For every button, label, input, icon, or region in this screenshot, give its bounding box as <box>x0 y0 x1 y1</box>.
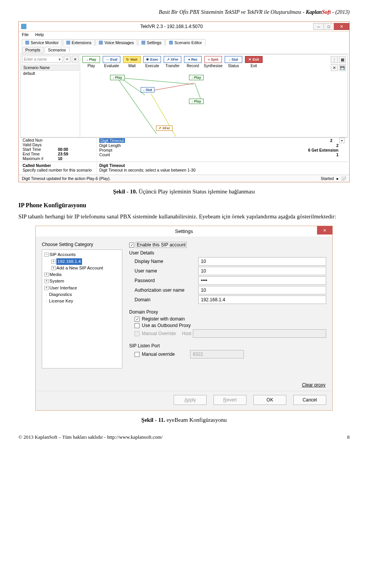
tool-synt[interactable]: ≡ SyntSynthesise <box>204 56 223 68</box>
outbound-checkbox[interactable] <box>135 323 140 328</box>
scenario-name-input[interactable]: Enter a name▾ <box>22 56 62 63</box>
brand-k: Kaplan <box>306 9 322 15</box>
scenario-icon <box>169 41 173 45</box>
titlebar: TekIVR 2.3 - 192.168.1.4:5070 <box>19 22 349 31</box>
scenario-item-default[interactable]: default <box>21 71 79 76</box>
tab-settings[interactable]: Settings <box>138 39 165 46</box>
user-name-input[interactable]: 10 <box>198 267 326 275</box>
footer-left: © 2013 KaplanSoft – Tüm hakları saklıdır… <box>18 434 163 440</box>
close-button[interactable]: × <box>317 226 332 235</box>
tool-exec[interactable]: ✱ ExecExecute <box>143 56 162 68</box>
app-icon <box>21 24 26 29</box>
auth-user-input[interactable]: 10 <box>198 286 326 294</box>
node-play[interactable]: ↓ Play <box>189 99 204 104</box>
expand-icon[interactable]: + <box>44 286 49 290</box>
enable-account-checkbox[interactable] <box>129 243 134 248</box>
action-toolbar: ↓ PlayPlay ↔ EvalEvaluate ↻ WaitWait ✱ E… <box>80 55 347 72</box>
edge <box>123 78 193 84</box>
tree-add-account[interactable]: +Add a New SIP Account <box>43 265 121 271</box>
tool-rec[interactable]: ● RecRecord <box>183 56 202 68</box>
collapse-icon[interactable]: − <box>44 253 49 257</box>
help-right: Digit Timeout Digit Timeout in seconds; … <box>97 162 348 175</box>
figure-10-caption: Şekil - 10. Üçüncü Play işleminin Status… <box>18 188 350 195</box>
settings-window: Settings × Choose Setting Category −SIP … <box>35 226 333 411</box>
tree-ui[interactable]: +User Interface <box>43 285 121 291</box>
menubar: File Help <box>19 31 349 38</box>
tree-sip-accounts[interactable]: −SIP Accounts <box>43 251 121 258</box>
close-button[interactable] <box>334 23 349 30</box>
subtab-prompts[interactable]: Prompts <box>22 47 44 53</box>
node-xfer[interactable]: ↗ XFer <box>156 126 172 131</box>
status-icon: ● <box>336 176 338 181</box>
scenario-list: Scenario Name default <box>21 64 80 137</box>
tool-eval[interactable]: ↔ EvalEvaluate <box>102 56 121 68</box>
node-play[interactable]: ↓ Play <box>110 75 125 80</box>
tool-align-icon[interactable]: ⋮ <box>331 56 338 63</box>
expand-icon[interactable]: + <box>51 259 56 264</box>
expand-icon[interactable]: + <box>44 279 49 283</box>
tree-account[interactable]: +192.168.1.4 <box>43 258 121 265</box>
brand: KaplanSoft <box>306 9 331 15</box>
cancel-button[interactable]: Cancel <box>293 395 326 405</box>
tool-wait[interactable]: ↻ WaitWait <box>122 56 141 68</box>
sub-tabrow: Prompts Scenarios <box>19 46 349 53</box>
window-title: TekIVR 2.3 - 192.168.1.4:5070 <box>30 24 314 29</box>
register-checkbox[interactable] <box>135 317 140 322</box>
tool-exit[interactable]: ✕ ExitExit <box>244 56 263 68</box>
chevron-down-icon[interactable]: ▾ <box>339 138 345 143</box>
tool-delete-icon[interactable]: ✕ <box>331 64 338 71</box>
canvas-pane: ↓ PlayPlay ↔ EvalEvaluate ↻ WaitWait ✱ E… <box>80 54 348 137</box>
scenario-canvas[interactable]: ↓ Play ↓ Play ↓ Stat ↓ Play ↗ XFer <box>80 72 347 137</box>
expand-icon[interactable]: + <box>51 266 56 270</box>
tab-extensions[interactable]: Extensions <box>63 39 95 46</box>
category-tree[interactable]: −SIP Accounts +192.168.1.4 +Add a New SI… <box>42 249 122 368</box>
tree-license[interactable]: ·License Key <box>43 298 121 304</box>
rec-chip: ● Rec <box>184 56 202 63</box>
tool-grid-icon[interactable]: ▦ <box>339 56 346 63</box>
resize-grip-icon[interactable] <box>341 176 346 181</box>
tool-save-icon[interactable]: 💾 <box>339 64 346 71</box>
apply-button[interactable]: Apply <box>174 395 207 405</box>
add-scenario-button[interactable]: ＋ <box>64 56 71 63</box>
ok-button[interactable]: OK <box>253 395 286 405</box>
expand-icon[interactable]: + <box>44 273 49 277</box>
menu-help[interactable]: Help <box>35 32 44 37</box>
row-auth-user: Authorization user name 10 <box>129 286 326 294</box>
scenario-list-header: Scenario Name <box>21 65 79 71</box>
row-display-name: Display Name 10 <box>129 257 326 266</box>
help-bar: Called Number Specify called number for … <box>20 162 348 175</box>
scenario-pane: Enter a name▾ ＋ ✕ Scenario Name default <box>20 54 80 137</box>
menu-file[interactable]: File <box>22 32 29 37</box>
domain-input[interactable]: 192.168.1.4 <box>198 296 326 304</box>
tree-diagnostics[interactable]: ·Diagnostics <box>43 291 121 298</box>
manual-override-port-checkbox[interactable] <box>135 352 140 357</box>
tool-xfer[interactable]: ↗ XFerTransfer <box>163 56 182 68</box>
properties-panel: Called Nun Valid Days Start Time00:00 En… <box>20 137 348 161</box>
display-name-input[interactable]: 10 <box>198 257 326 266</box>
revert-button[interactable]: Revert <box>214 395 246 405</box>
settings-icon <box>141 41 145 45</box>
subtab-scenarios[interactable]: Scenarios <box>44 47 69 53</box>
status-left: Digit Timeout updated for the action Pla… <box>22 176 111 181</box>
password-input[interactable]: •••• <box>198 276 326 285</box>
tree-system[interactable]: +System <box>43 278 121 284</box>
maximize-button[interactable] <box>324 23 334 30</box>
group-domain-proxy: Domain Proxy <box>129 309 326 315</box>
tool-stat[interactable]: ↓ StatStatus <box>224 56 243 68</box>
tree-media[interactable]: +Media <box>43 271 121 278</box>
status-bar: Digit Timeout updated for the action Pla… <box>19 175 349 182</box>
prop-digit-timeout[interactable]: Digit Timeout 2 ▾ <box>97 138 348 143</box>
node-play[interactable]: ↓ Play <box>189 75 204 80</box>
extensions-icon <box>66 41 70 45</box>
clear-proxy-link[interactable]: Clear proxy <box>302 382 325 388</box>
minimize-button[interactable] <box>313 23 324 30</box>
tab-voice-messages[interactable]: Voice Messages <box>95 39 137 46</box>
tab-scenario-editor[interactable]: Scenario Editor <box>166 39 205 46</box>
category-label: Choose Setting Category <box>42 242 122 247</box>
leaf-icon: · <box>44 298 48 304</box>
tab-service-monitor[interactable]: Service Monitor <box>22 39 62 46</box>
delete-scenario-button[interactable]: ✕ <box>72 56 79 63</box>
node-stat[interactable]: ↓ Stat <box>141 87 154 92</box>
page-footer: © 2013 KaplanSoft – Tüm hakları saklıdır… <box>18 434 350 440</box>
tool-play[interactable]: ↓ PlayPlay <box>82 56 101 68</box>
